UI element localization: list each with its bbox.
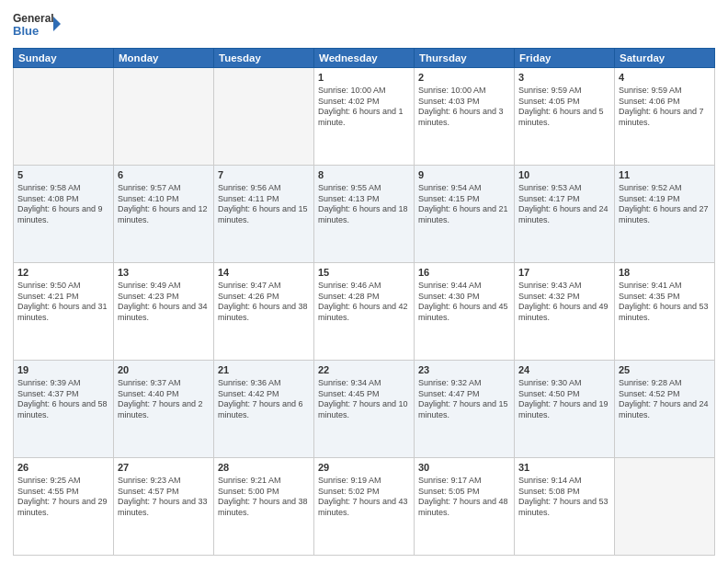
page-container: General Blue SundayMondayTuesdayWednesda… (0, 0, 728, 563)
day-number: 4 (619, 71, 711, 85)
day-info: Sunrise: 9:37 AM Sunset: 4:40 PM Dayligh… (118, 378, 210, 421)
weekday-header: Thursday (415, 49, 515, 68)
day-info: Sunrise: 9:52 AM Sunset: 4:19 PM Dayligh… (619, 183, 711, 226)
day-number: 29 (318, 461, 410, 475)
day-number: 28 (218, 461, 310, 475)
calendar-cell: 27Sunrise: 9:23 AM Sunset: 4:57 PM Dayli… (114, 458, 214, 556)
day-info: Sunrise: 9:44 AM Sunset: 4:30 PM Dayligh… (418, 281, 510, 324)
day-number: 13 (118, 266, 210, 280)
weekday-header: Sunday (14, 49, 114, 68)
day-info: Sunrise: 9:36 AM Sunset: 4:42 PM Dayligh… (218, 378, 310, 421)
calendar-cell: 2Sunrise: 10:00 AM Sunset: 4:03 PM Dayli… (415, 68, 515, 166)
day-number: 22 (318, 363, 410, 377)
day-info: Sunrise: 9:47 AM Sunset: 4:26 PM Dayligh… (218, 281, 310, 324)
calendar-cell: 28Sunrise: 9:21 AM Sunset: 5:00 PM Dayli… (214, 458, 314, 556)
day-number: 1 (318, 71, 410, 85)
day-number: 2 (418, 71, 510, 85)
day-info: Sunrise: 9:43 AM Sunset: 4:32 PM Dayligh… (518, 281, 610, 324)
day-number: 10 (518, 168, 610, 182)
weekday-header: Tuesday (214, 49, 314, 68)
day-info: Sunrise: 9:53 AM Sunset: 4:17 PM Dayligh… (518, 183, 610, 226)
calendar-cell: 16Sunrise: 9:44 AM Sunset: 4:30 PM Dayli… (415, 263, 515, 361)
day-info: Sunrise: 9:21 AM Sunset: 5:00 PM Dayligh… (218, 476, 310, 519)
logo: General Blue (13, 9, 61, 42)
calendar-cell: 3Sunrise: 9:59 AM Sunset: 4:05 PM Daylig… (515, 68, 615, 166)
calendar-body: 1Sunrise: 10:00 AM Sunset: 4:02 PM Dayli… (14, 68, 715, 556)
day-number: 5 (17, 168, 109, 182)
logo-svg: General Blue (13, 9, 61, 42)
weekday-header: Friday (515, 49, 615, 68)
day-number: 16 (418, 266, 510, 280)
calendar-cell: 29Sunrise: 9:19 AM Sunset: 5:02 PM Dayli… (314, 458, 415, 556)
calendar-cell (214, 68, 314, 166)
day-info: Sunrise: 9:19 AM Sunset: 5:02 PM Dayligh… (318, 476, 410, 519)
calendar-cell: 20Sunrise: 9:37 AM Sunset: 4:40 PM Dayli… (114, 361, 214, 458)
calendar-cell: 6Sunrise: 9:57 AM Sunset: 4:10 PM Daylig… (114, 166, 214, 263)
day-number: 25 (619, 363, 711, 377)
calendar-cell: 22Sunrise: 9:34 AM Sunset: 4:45 PM Dayli… (314, 361, 415, 458)
calendar-cell: 9Sunrise: 9:54 AM Sunset: 4:15 PM Daylig… (415, 166, 515, 263)
calendar-cell (114, 68, 214, 166)
weekday-header: Wednesday (314, 49, 415, 68)
day-number: 21 (218, 363, 310, 377)
weekday-header-row: SundayMondayTuesdayWednesdayThursdayFrid… (14, 49, 715, 68)
calendar-cell: 21Sunrise: 9:36 AM Sunset: 4:42 PM Dayli… (214, 361, 314, 458)
weekday-header: Saturday (615, 49, 715, 68)
day-number: 17 (518, 266, 610, 280)
svg-text:General: General (13, 12, 54, 25)
day-number: 7 (218, 168, 310, 182)
day-info: Sunrise: 10:00 AM Sunset: 4:02 PM Daylig… (318, 86, 410, 129)
day-number: 8 (318, 168, 410, 182)
calendar-cell: 10Sunrise: 9:53 AM Sunset: 4:17 PM Dayli… (515, 166, 615, 263)
calendar-cell: 25Sunrise: 9:28 AM Sunset: 4:52 PM Dayli… (615, 361, 715, 458)
calendar-week-row: 12Sunrise: 9:50 AM Sunset: 4:21 PM Dayli… (14, 263, 715, 361)
day-info: Sunrise: 9:57 AM Sunset: 4:10 PM Dayligh… (118, 183, 210, 226)
day-number: 30 (418, 461, 510, 475)
calendar-week-row: 26Sunrise: 9:25 AM Sunset: 4:55 PM Dayli… (14, 458, 715, 556)
calendar-cell: 8Sunrise: 9:55 AM Sunset: 4:13 PM Daylig… (314, 166, 415, 263)
day-info: Sunrise: 9:23 AM Sunset: 4:57 PM Dayligh… (118, 476, 210, 519)
day-number: 20 (118, 363, 210, 377)
calendar-cell: 1Sunrise: 10:00 AM Sunset: 4:02 PM Dayli… (314, 68, 415, 166)
calendar-cell: 26Sunrise: 9:25 AM Sunset: 4:55 PM Dayli… (14, 458, 114, 556)
day-number: 31 (518, 461, 610, 475)
day-number: 12 (17, 266, 109, 280)
calendar-cell: 31Sunrise: 9:14 AM Sunset: 5:08 PM Dayli… (515, 458, 615, 556)
day-info: Sunrise: 9:49 AM Sunset: 4:23 PM Dayligh… (118, 281, 210, 324)
day-info: Sunrise: 9:58 AM Sunset: 4:08 PM Dayligh… (17, 183, 109, 226)
day-info: Sunrise: 9:17 AM Sunset: 5:05 PM Dayligh… (418, 476, 510, 519)
day-number: 26 (17, 461, 109, 475)
day-info: Sunrise: 9:39 AM Sunset: 4:37 PM Dayligh… (17, 378, 109, 421)
day-number: 18 (619, 266, 711, 280)
day-info: Sunrise: 9:55 AM Sunset: 4:13 PM Dayligh… (318, 183, 410, 226)
weekday-header: Monday (114, 49, 214, 68)
calendar-week-row: 5Sunrise: 9:58 AM Sunset: 4:08 PM Daylig… (14, 166, 715, 263)
calendar-cell: 18Sunrise: 9:41 AM Sunset: 4:35 PM Dayli… (615, 263, 715, 361)
calendar-cell: 19Sunrise: 9:39 AM Sunset: 4:37 PM Dayli… (14, 361, 114, 458)
calendar-cell: 24Sunrise: 9:30 AM Sunset: 4:50 PM Dayli… (515, 361, 615, 458)
day-info: Sunrise: 9:59 AM Sunset: 4:05 PM Dayligh… (518, 86, 610, 129)
calendar-cell: 7Sunrise: 9:56 AM Sunset: 4:11 PM Daylig… (214, 166, 314, 263)
day-info: Sunrise: 9:25 AM Sunset: 4:55 PM Dayligh… (17, 476, 109, 519)
calendar-cell: 4Sunrise: 9:59 AM Sunset: 4:06 PM Daylig… (615, 68, 715, 166)
day-number: 23 (418, 363, 510, 377)
day-info: Sunrise: 9:50 AM Sunset: 4:21 PM Dayligh… (17, 281, 109, 324)
day-number: 15 (318, 266, 410, 280)
day-info: Sunrise: 10:00 AM Sunset: 4:03 PM Daylig… (418, 86, 510, 129)
calendar-cell: 12Sunrise: 9:50 AM Sunset: 4:21 PM Dayli… (14, 263, 114, 361)
day-info: Sunrise: 9:56 AM Sunset: 4:11 PM Dayligh… (218, 183, 310, 226)
calendar-cell (14, 68, 114, 166)
calendar-cell: 13Sunrise: 9:49 AM Sunset: 4:23 PM Dayli… (114, 263, 214, 361)
calendar-cell: 17Sunrise: 9:43 AM Sunset: 4:32 PM Dayli… (515, 263, 615, 361)
day-info: Sunrise: 9:41 AM Sunset: 4:35 PM Dayligh… (619, 281, 711, 324)
svg-text:Blue: Blue (13, 24, 39, 38)
calendar-cell: 14Sunrise: 9:47 AM Sunset: 4:26 PM Dayli… (214, 263, 314, 361)
calendar-week-row: 1Sunrise: 10:00 AM Sunset: 4:02 PM Dayli… (14, 68, 715, 166)
day-number: 19 (17, 363, 109, 377)
day-number: 9 (418, 168, 510, 182)
day-info: Sunrise: 9:14 AM Sunset: 5:08 PM Dayligh… (518, 476, 610, 519)
calendar-cell: 15Sunrise: 9:46 AM Sunset: 4:28 PM Dayli… (314, 263, 415, 361)
day-number: 27 (118, 461, 210, 475)
calendar-week-row: 19Sunrise: 9:39 AM Sunset: 4:37 PM Dayli… (14, 361, 715, 458)
calendar-cell: 23Sunrise: 9:32 AM Sunset: 4:47 PM Dayli… (415, 361, 515, 458)
